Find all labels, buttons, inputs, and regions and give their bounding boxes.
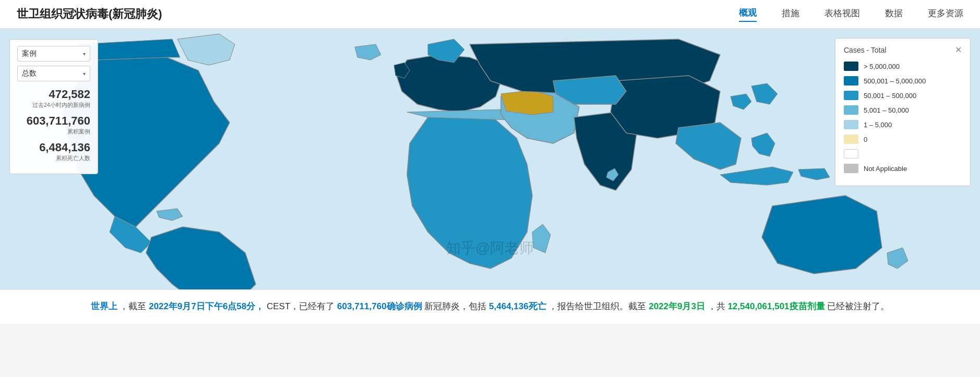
legend-item: 1 – 5,000 xyxy=(844,120,962,129)
legend-label: 0 xyxy=(864,136,867,143)
legend-label: 500,001 – 5,000,000 xyxy=(864,77,926,85)
legend-label: > 5,000,000 xyxy=(864,63,900,70)
legend-item: 0 xyxy=(844,135,962,144)
total-deaths-value: 6,484,136 xyxy=(17,141,90,154)
legend-label: 1 – 5,000 xyxy=(864,121,892,129)
nav-item-more[interactable]: 更多资源 xyxy=(928,7,963,21)
legend-items: > 5,000,000500,001 – 5,000,00050,001 – 5… xyxy=(844,62,962,173)
vaccine-date-highlight: 2022年9月3日 xyxy=(649,301,705,311)
summary-part5: ，共 xyxy=(708,301,728,311)
legend-color-swatch xyxy=(844,105,858,115)
vaccine-highlight: 12,540,061,501疫苗剂量 xyxy=(727,301,824,311)
world-map[interactable] xyxy=(0,29,980,289)
metric-dropdown[interactable]: 总数 ▾ xyxy=(17,66,90,81)
nav-item-measures[interactable]: 措施 xyxy=(782,7,799,21)
new-cases-value: 472,582 xyxy=(17,88,90,101)
legend-header: Cases - Total ✕ xyxy=(844,46,962,54)
summary-part2: CEST，已经有了 xyxy=(267,301,337,311)
legend-panel: Cases - Total ✕ > 5,000,000500,001 – 5,0… xyxy=(835,38,971,186)
stats-block: 472,582 过去24小时内的新病例 603,711,760 累积案例 6,4… xyxy=(17,88,90,162)
chevron-down-icon: ▾ xyxy=(83,51,86,57)
summary-part1: ，截至 xyxy=(119,301,149,311)
legend-item: Not Applicable xyxy=(844,164,962,173)
summary-part4: ，报告给世卫组织。截至 xyxy=(548,301,649,311)
legend-color-swatch xyxy=(844,164,858,173)
legend-color-swatch xyxy=(844,91,858,100)
total-cases-label: 累积案例 xyxy=(17,128,90,136)
total-cases-value: 603,711,760 xyxy=(17,114,90,128)
legend-color-swatch xyxy=(844,120,858,129)
legend-color-swatch xyxy=(844,76,858,86)
legend-title: Cases - Total xyxy=(844,46,886,54)
legend-item: 50,001 – 500,000 xyxy=(844,91,962,100)
legend-label: 5,001 – 50,000 xyxy=(864,106,909,114)
chevron-down-icon: ▾ xyxy=(83,71,86,77)
main-nav: 概观 措施 表格视图 数据 更多资源 xyxy=(739,7,963,22)
nav-item-overview[interactable]: 概观 xyxy=(739,7,757,22)
legend-item: > 5,000,000 xyxy=(844,62,962,71)
legend-color-swatch xyxy=(844,149,858,159)
app-title: 世卫组织冠状病毒(新冠肺炎) xyxy=(17,6,162,22)
date-highlight: 2022年9月7日下午6点58分， xyxy=(149,301,264,311)
category-dropdown-label: 案例 xyxy=(22,49,37,58)
close-icon[interactable]: ✕ xyxy=(955,46,962,54)
deaths-highlight: 5,464,136死亡 xyxy=(489,301,546,311)
metric-dropdown-label: 总数 xyxy=(22,69,37,78)
category-dropdown[interactable]: 案例 ▾ xyxy=(17,46,90,62)
world-label: 世界上 xyxy=(91,301,117,311)
stats-panel: 案例 ▾ 总数 ▾ 472,582 过去24小时内的新病例 603,711,76… xyxy=(9,39,98,174)
legend-color-swatch xyxy=(844,135,858,144)
total-deaths-label: 累积死亡人数 xyxy=(17,154,90,162)
summary-part6: 已经被注射了。 xyxy=(827,301,889,311)
new-cases-label: 过去24小时内的新病例 xyxy=(17,101,90,109)
cases-highlight: 603,711,760确诊病例 xyxy=(337,301,422,311)
summary-text: 世界上 ，截至 2022年9月7日下午6点58分， CEST，已经有了 603,… xyxy=(0,289,980,324)
nav-item-data[interactable]: 数据 xyxy=(885,7,903,21)
legend-label: Not Applicable xyxy=(864,165,907,173)
app-header: 世卫组织冠状病毒(新冠肺炎) 概观 措施 表格视图 数据 更多资源 xyxy=(0,0,980,29)
legend-label: 50,001 – 500,000 xyxy=(864,92,916,100)
legend-color-swatch xyxy=(844,62,858,71)
nav-item-table[interactable]: 表格视图 xyxy=(824,7,860,21)
legend-item: 5,001 – 50,000 xyxy=(844,105,962,115)
summary-part3: 新冠肺炎，包括 xyxy=(424,301,489,311)
map-section: 案例 ▾ 总数 ▾ 472,582 过去24小时内的新病例 603,711,76… xyxy=(0,29,980,289)
legend-item: 500,001 – 5,000,000 xyxy=(844,76,962,86)
legend-item xyxy=(844,149,962,159)
